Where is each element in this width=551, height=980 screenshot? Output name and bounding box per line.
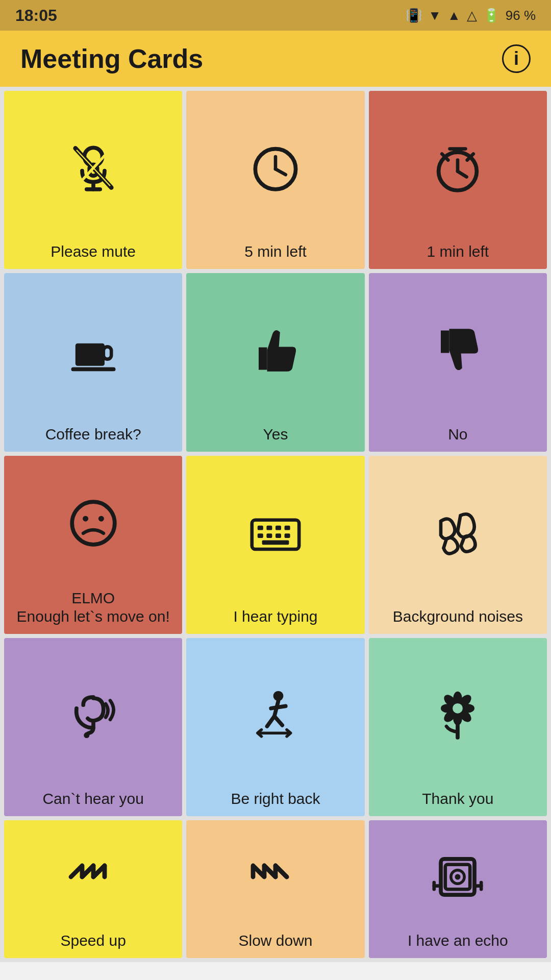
alarm-icon (430, 101, 486, 234)
svg-point-44 (453, 703, 463, 714)
noises-icon (430, 466, 486, 599)
card-yes-label: Yes (263, 425, 288, 444)
card-be-right-back-label: Be right back (231, 790, 320, 808)
svg-rect-27 (258, 534, 263, 538)
card-coffee-break[interactable]: Coffee break? (4, 273, 182, 451)
speedup-icon (65, 830, 121, 923)
card-background-noises[interactable]: Background noises (369, 456, 547, 634)
flower-icon (430, 648, 486, 781)
slowdown-icon (247, 830, 304, 923)
wifi-icon: ▲ (447, 8, 461, 23)
info-button[interactable]: i (502, 44, 531, 73)
svg-rect-24 (266, 526, 272, 530)
svg-point-19 (72, 502, 115, 545)
svg-rect-30 (285, 534, 290, 538)
svg-rect-23 (258, 526, 263, 530)
card-grid: Please mute 5 min left 1 min left (0, 87, 551, 962)
card-5-min-label: 5 min left (244, 242, 307, 261)
mute-icon (65, 101, 121, 234)
svg-rect-16 (75, 344, 104, 366)
card-no[interactable]: No (369, 273, 547, 451)
card-i-have-echo[interactable]: I have an echo (369, 820, 547, 958)
card-be-right-back[interactable]: Be right back (186, 638, 364, 816)
battery-level: 96 % (506, 8, 536, 23)
status-time: 18:05 (15, 6, 57, 25)
clock-icon (247, 101, 304, 234)
card-5-min-left[interactable]: 5 min left (186, 91, 364, 269)
signal-icon: ▼ (428, 8, 441, 23)
keyboard-icon (247, 466, 304, 599)
walk-icon (247, 648, 304, 781)
coffee-icon (65, 283, 121, 416)
card-thank-you-label: Thank you (422, 790, 493, 808)
status-icons: 📳 ▼ ▲ △ 🔋 96 % (406, 8, 536, 23)
card-slow-down[interactable]: Slow down (186, 820, 364, 958)
card-slow-down-label: Slow down (238, 932, 312, 950)
thumbdown-icon (430, 283, 486, 416)
svg-rect-31 (262, 541, 289, 545)
svg-rect-25 (276, 526, 281, 530)
svg-rect-26 (285, 526, 290, 530)
app-title: Meeting Cards (20, 43, 203, 74)
app-header: Meeting Cards i (0, 31, 551, 87)
card-elmo[interactable]: ELMOEnough let`s move on! (4, 456, 182, 634)
svg-point-20 (83, 516, 88, 522)
svg-rect-17 (103, 347, 111, 359)
card-please-mute-label: Please mute (51, 242, 136, 261)
battery-icon: 🔋 (483, 8, 499, 23)
card-cant-hear-label: Can`t hear you (42, 790, 143, 808)
echo-icon (430, 830, 486, 923)
network-icon: △ (467, 8, 477, 23)
svg-point-53 (455, 874, 461, 880)
card-1-min-left[interactable]: 1 min left (369, 91, 547, 269)
svg-point-21 (98, 516, 104, 522)
vibrate-icon: 📳 (406, 8, 422, 23)
card-thank-you[interactable]: Thank you (369, 638, 547, 816)
card-cant-hear-you[interactable]: Can`t hear you (4, 638, 182, 816)
card-hear-typing-label: I hear typing (233, 607, 317, 626)
card-speed-up[interactable]: Speed up (4, 820, 182, 958)
card-no-label: No (448, 425, 467, 444)
svg-line-12 (458, 171, 467, 177)
svg-point-32 (84, 732, 89, 738)
card-elmo-label: ELMOEnough let`s move on! (17, 589, 170, 626)
card-yes[interactable]: Yes (186, 273, 364, 451)
card-speed-up-label: Speed up (60, 932, 126, 950)
card-please-mute[interactable]: Please mute (4, 91, 182, 269)
card-coffee-break-label: Coffee break? (45, 425, 141, 444)
svg-rect-28 (266, 534, 272, 538)
svg-rect-29 (276, 534, 281, 538)
card-bg-noises-label: Background noises (393, 607, 523, 626)
canthearyou-icon (65, 648, 121, 781)
status-bar: 18:05 📳 ▼ ▲ △ 🔋 96 % (0, 0, 551, 31)
card-hear-typing[interactable]: I hear typing (186, 456, 364, 634)
svg-line-9 (276, 169, 286, 175)
card-1-min-label: 1 min left (427, 242, 489, 261)
thumbup-icon (247, 283, 304, 416)
sad-icon (65, 466, 121, 581)
card-echo-label: I have an echo (408, 932, 508, 950)
